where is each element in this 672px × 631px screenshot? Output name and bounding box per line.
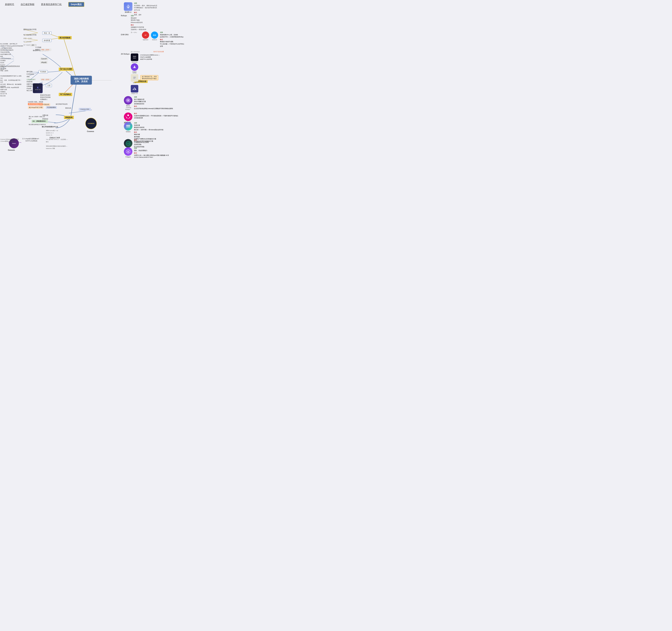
cost-node: 成本 [30,44,35,47]
indo-invest: indo投资: 钱包、浏览器 [28,101,43,103]
aptos-logo [124,139,133,148]
independent-consensus: 独立团队始终独立行动的共识 [29,124,47,126]
svg-marker-15 [128,4,130,6]
scroll-name: Scroll [131,82,138,83]
svg-point-35 [127,115,129,116]
osmosis-label: Osmosis [8,149,15,151]
svg-marker-16 [126,4,128,6]
modular-props: 优势 执行与数据分层 潜在中期解决方案 未经测试的语言 缺点 以太坊开发者会降低… [134,96,173,110]
solana-logo [124,122,133,130]
optimism-logo: OP [142,31,149,39]
dev-cost: 更多的开发成本 [40,94,50,96]
specialized-env-node: 专门化的执行环境 [23,34,37,36]
two-routes-node: 两大经局路线 [58,36,72,40]
celestia-name: 模块化（Celestia Rollups） [124,105,133,110]
svg-text:Arb: Arb [153,34,156,36]
optimism-name: Optimism [142,39,149,41]
zksync-logo [131,85,138,93]
single-chain-node: 单链一统 [42,31,51,34]
ctrl-sub2: 价值积累 [27,81,32,83]
dapp-chain-node: dApp链 [40,61,48,64]
unpredictable: 不可预测 [35,47,41,49]
generic-env-node: 通用化的执行环境 [23,28,37,31]
zk-rollups-label: ZK Rollups [121,53,129,55]
multi-env1-node: 单链（反例） [23,37,33,40]
scroll-note-box: 处于测试的产品，未来重组前的时间还不确定 [140,75,158,80]
gamefi-node: GameFi [40,57,48,60]
main-title-node: 顶级公链的路线之争、及优劣 [71,76,92,84]
svg-point-33 [127,100,129,101]
dydx-box: X dYdX V4 [33,83,43,93]
delphi-badge: Delphi观点 [68,2,84,7]
header-link-3[interactable]: 更多项目选择专门化 [41,3,62,6]
custom-modules: 可定制的模块 [46,106,57,109]
eth2-note: 例如ETH2.0升级, dApp机制进受 依赖于治理 在集融合 自己治了算 独立… [0,86,22,97]
polygon-props: 优势 团队、资金部署能力 缺点 治理中心化 — 核心团队决策的pos代数大幅跑赢… [134,147,175,158]
dapp-sub1: 硬件定制 [27,71,32,73]
cross-chain-node: 跨链架构 [64,116,74,119]
svg-line-3 [71,80,77,118]
case-label: 案例 [22,138,25,140]
core-tech-label: 核心支柱技术 [131,51,140,53]
solana-name: Solana [124,131,133,132]
svg-rect-25 [133,76,136,80]
cosmos-sdk-box: Cosmos SDK [79,108,91,111]
reduce-work: 减少dApp开发工作量 [28,106,44,109]
svg-marker-46 [127,151,129,153]
zksync-name: zkSync 2.0 [131,93,138,94]
spec-cons-node: 专门化的缺点 [59,93,72,96]
arbitrum-logo: Arb [151,31,158,39]
header-link-2[interactable]: 自己做定制链 [21,3,34,6]
modular-block-label: 模块化块 [65,107,71,109]
lack-cross: 缺乏跨链可组合性 [56,103,68,105]
svg-line-0 [64,40,77,80]
first-oru-label: 第一ORU [131,31,137,34]
rollups-pros-cons: 优势 更低成本 更快用户体验 Ethereum的安全性 缺点 依赖服务中式排序器… [131,15,146,31]
svg-rect-41 [126,125,130,126]
controllability-node: 可控制性 [39,70,48,73]
rollups-label: Rollups [121,15,127,17]
cross-deploy: 通过跨链部署解决方案 [28,103,43,105]
core-decentralize: 核心开发的高度去中心化 [42,126,58,128]
three-adv-node: 专门化3大优势 [59,68,73,71]
eth-logo [124,2,133,11]
multi-chain-node: 多链联盟 [42,39,51,42]
dapp-sub3: 美观 [27,76,29,78]
header: 多链时代 自己做定制链 更多项目选择专门化 Delphi观点 [5,2,84,7]
cosmos-stats: 多数Cosmos链: 7-10 以太坊 2.0: 2 Solana: 31 TV… [46,130,69,150]
cosmos-defi-note: Cosmos上的dApp链资产直接进入Osmo链锁DeFi集成 [0,138,20,142]
svg-point-44 [126,141,130,145]
starkware-name: Starkware [131,61,138,63]
sovereignty-node: 主权 [46,84,52,87]
svg-point-40 [130,116,131,117]
scroll-logo [131,74,138,82]
multi-counter: 多链（反例） [40,78,51,81]
svg-rect-43 [126,127,130,128]
sov-sub3: dApp链 [27,87,31,90]
evm-oru-pros-cons: 优势 有效利用ETH L2层、活动性 tps供应不等 — Arb需求更多的Rol… [160,31,185,47]
svg-rect-42 [126,126,130,127]
svg-rect-29 [132,86,137,91]
svg-point-39 [126,116,126,117]
evm-oru-label: EVM ORU [121,34,129,35]
polkadot-logo [124,112,133,121]
all-dapp-note: 所有dApp应该按照更宽松的设计、决策 单链（反例） [0,65,22,72]
eth-name: 以太坊 L1 [124,11,133,13]
dev-tech: 更多的开发技能 [40,96,50,98]
gas-note: 对交易收取燃烧费;而不是对 txx 收取Gas 执行、结算、共识和利益分配于同一… [0,75,22,88]
starkware-details: dYdX以StarkEx迁移到Cosmos — 对去中心化的期望 收缩于中心化排… [140,54,160,60]
aptos-props: 缺点 不成熟的DeFi生态系统 流动性风险 巨大的技术风险 [134,139,149,148]
hermez-logo [131,63,138,71]
hermez-name: Polygon Hermez [131,71,138,73]
header-link-1[interactable]: 多链时代 [5,3,14,6]
ibc-control: 通过 IBC 控制同一条链上的账户 [29,116,45,120]
svg-point-36 [126,117,127,118]
polygon-logo [124,147,133,156]
polygon-name: Polygon [124,156,133,158]
polkadot-props: 缺点 互操作性需要委托主权 — 平行链拍卖机制 — 可能约束链平行链地位 没有显… [134,112,178,119]
ctrl-sub1: 定量收集模式 [27,79,35,81]
dapp-defi-note: dApp链无需重建DeFi DeFi中心化来集成 [25,138,47,142]
starkware-logo: Starkware [131,53,138,61]
arbitrum-name: Arbitrum [151,39,158,41]
ibc-box: IBC（跨链通信协议） [31,120,48,123]
